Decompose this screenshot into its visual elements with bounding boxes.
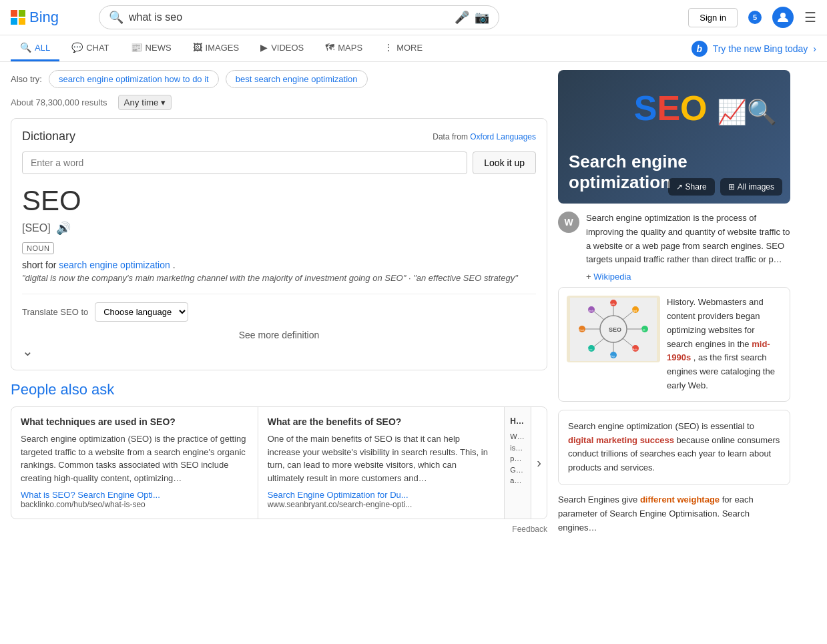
svg-text:SEO: SEO	[609, 326, 621, 333]
more-icon: ⋮	[384, 42, 393, 53]
paa-question-3: H…	[510, 416, 525, 426]
videos-icon: ▶	[260, 42, 268, 53]
tab-news-label: NEWS	[146, 43, 172, 53]
tab-chat-label: CHAT	[86, 43, 109, 53]
rp-bottom-highlight: different weightage	[640, 495, 720, 505]
bing-promo-chevron: ›	[813, 43, 816, 54]
svg-text:Cont: Cont	[579, 328, 585, 332]
tab-maps[interactable]: 🗺 MAPS	[316, 35, 372, 61]
sound-icon[interactable]: 🔊	[56, 221, 71, 236]
phonetic-text: [SEO]	[22, 222, 51, 234]
logo-text: Bing	[29, 9, 59, 26]
tab-all-label: ALL	[35, 43, 50, 53]
results-count: About 78,300,000 results	[11, 97, 107, 107]
paa-domain-2: www.seanbryant.co/search-engine-opti...	[268, 500, 495, 509]
nav-tabs: 🔍 ALL 💬 CHAT 📰 NEWS 🖼 IMAGES ▶ VIDEOS 🗺 …	[0, 35, 827, 62]
see-more-link[interactable]: See more definition	[239, 330, 320, 340]
tab-more[interactable]: ⋮ MORE	[374, 35, 432, 61]
paa-question-2: What are the benefits of SEO?	[268, 416, 495, 427]
paa-item-1: What techniques are used in SEO? Search …	[11, 407, 258, 519]
svg-rect-1	[19, 10, 25, 17]
tab-news[interactable]: 📰 NEWS	[121, 35, 181, 61]
svg-rect-2	[11, 18, 17, 25]
logo[interactable]: Bing	[11, 9, 91, 26]
search-bar: 🔍 🎤 📷	[99, 5, 499, 29]
rp-marketing-card: Search engine optimization (SEO) is esse…	[558, 410, 790, 485]
header: Bing 🔍 🎤 📷 Sign in 5 ☰	[0, 0, 827, 35]
tab-all[interactable]: 🔍 ALL	[11, 35, 59, 61]
feedback-link[interactable]: Feedback	[11, 525, 547, 534]
rp-history-text-prefix: History. Webmasters and content provider…	[667, 297, 764, 348]
tab-images[interactable]: 🖼 IMAGES	[184, 35, 249, 61]
paa-next-arrow[interactable]: ›	[537, 455, 541, 470]
share-icon: ↗	[676, 182, 683, 192]
dict-source-link[interactable]: Oxford Languages	[470, 132, 536, 141]
bing-b-logo: b	[692, 41, 708, 57]
also-try-label: Also try:	[11, 74, 42, 84]
svg-point-4	[780, 13, 786, 18]
all-icon: 🔍	[20, 42, 31, 53]
tab-videos-label: VIDEOS	[271, 43, 304, 53]
all-images-label: All images	[738, 182, 774, 192]
rp-wiki-link[interactable]: Wikipedia	[593, 272, 631, 282]
paa-answer-1: Search engine optimization (SEO) is the …	[21, 432, 248, 485]
dict-translate: Translate SEO to Choose language Spanish…	[22, 294, 536, 322]
dict-title: Dictionary	[22, 129, 75, 143]
svg-line-14	[623, 338, 633, 347]
svg-text:Key: Key	[610, 354, 615, 358]
maps-icon: 🗺	[325, 42, 334, 53]
tab-chat[interactable]: 💬 CHAT	[62, 35, 118, 61]
svg-text:Tech: Tech	[588, 309, 593, 312]
paa-link-1[interactable]: What is SEO? Search Engine Opti...	[21, 490, 248, 500]
paa-item-2: What are the benefits of SEO? One of the…	[258, 407, 505, 519]
dict-word-input[interactable]	[22, 151, 467, 174]
mic-icon[interactable]: 🎤	[455, 10, 469, 25]
rp-marketing-highlight: digital marketing success	[568, 435, 674, 445]
dict-source: Data from Oxford Languages	[433, 132, 536, 141]
share-button[interactable]: ↗ Share	[668, 178, 715, 196]
paa-link-2[interactable]: Search Engine Optimization for Du...	[268, 490, 495, 500]
sign-in-button[interactable]: Sign in	[688, 8, 738, 27]
suggestion-chip-1[interactable]: search engine optimization how to do it	[49, 70, 219, 88]
content-area: Also try: search engine optimization how…	[0, 62, 547, 543]
camera-icon[interactable]: 📷	[475, 10, 489, 25]
svg-text:Mob: Mob	[632, 348, 638, 351]
paa-section: People also ask What techniques are used…	[11, 381, 547, 534]
translate-label: Translate SEO to	[22, 307, 88, 317]
svg-text:UX: UX	[641, 328, 645, 332]
pos-badge: NOUN	[22, 242, 54, 254]
svg-text:Spd: Spd	[632, 309, 637, 312]
search-input[interactable]	[129, 11, 449, 23]
dict-lookup-button[interactable]: Look it up	[473, 151, 536, 174]
rp-history-text: History. Webmasters and content provider…	[667, 296, 782, 393]
time-filter-button[interactable]: Any time ▾	[118, 95, 172, 110]
dict-definition-link[interactable]: search engine optimization	[59, 260, 170, 270]
svg-rect-0	[11, 10, 17, 17]
tab-more-label: MORE	[396, 43, 423, 53]
svg-text:Loc: Loc	[588, 348, 592, 351]
chat-icon: 💬	[71, 42, 83, 53]
menu-icon[interactable]: ☰	[804, 9, 816, 25]
rp-description: Search engine optimization is the proces…	[586, 212, 790, 267]
notification-badge[interactable]: 5	[748, 11, 762, 24]
dict-definition: short for search engine optimization .	[22, 260, 536, 270]
tab-videos[interactable]: ▶ VIDEOS	[251, 35, 313, 61]
avatar[interactable]	[772, 7, 794, 28]
svg-rect-3	[19, 18, 25, 25]
paa-grid: What techniques are used in SEO? Search …	[11, 406, 547, 519]
tab-maps-label: MAPS	[338, 43, 362, 53]
images-icon: 🖼	[193, 42, 202, 53]
expand-button[interactable]: ⌄	[22, 343, 33, 359]
wikipedia-icon: W	[558, 212, 579, 233]
bing-promo-label: Try the new Bing today	[713, 43, 808, 54]
all-images-button[interactable]: ⊞ All images	[720, 178, 782, 196]
suggestion-chip-2[interactable]: best search engine optimization	[226, 70, 368, 88]
paa-question-1: What techniques are used in SEO?	[21, 416, 248, 427]
main-layout: Also try: search engine optimization how…	[0, 62, 827, 543]
bing-promo[interactable]: b Try the new Bing today ›	[692, 41, 816, 57]
language-select[interactable]: Choose language Spanish French German Ch…	[95, 302, 188, 322]
ms-logo-icon	[11, 10, 25, 25]
rp-banner-card: SEO 📈🔍 Search engine optimization ↗ Shar…	[558, 70, 790, 204]
dictionary-card: Dictionary Data from Oxford Languages Lo…	[11, 118, 547, 370]
dict-phonetic: [SEO] 🔊	[22, 221, 536, 236]
